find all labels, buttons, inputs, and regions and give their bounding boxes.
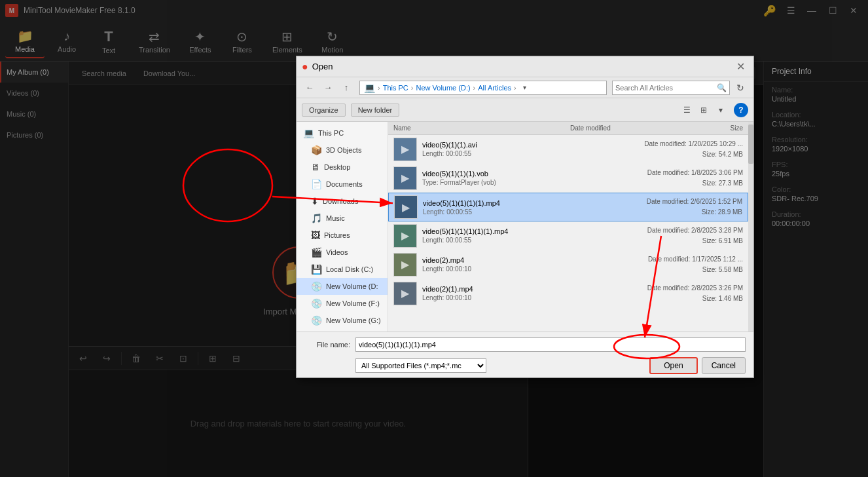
file-list: ▶ video(5)(1)(1).avi Length: 00:00:55 Da… xyxy=(388,135,748,332)
file-date-3: Date modified: 2/8/2025 3:28 PM xyxy=(612,225,743,236)
nav-up-btn[interactable]: ↑ xyxy=(338,80,354,96)
search-icon[interactable]: 🔍 xyxy=(717,83,727,92)
nav-local-disk-c[interactable]: 💾 Local Disk (C:) xyxy=(297,261,388,278)
file-name-1: video(5)(1)(1)(1).vob xyxy=(422,170,612,178)
nav-pictures[interactable]: 🖼 Pictures xyxy=(297,227,388,244)
col-name: Name xyxy=(393,124,568,132)
file-list-header: Name Date modified Size xyxy=(388,122,748,135)
file-info-0: video(5)(1)(1).avi Length: 00:00:55 xyxy=(422,141,612,157)
dialog-titlebar: ● Open ✕ xyxy=(297,56,753,77)
file-date-0: Date modified: 1/20/2025 10:29 ... xyxy=(612,139,743,149)
file-row-4[interactable]: ▶ video(2).mp4 Length: 00:00:10 Date mod… xyxy=(388,250,748,279)
downloads-icon: ⬇ xyxy=(311,196,319,206)
file-name-5: video(2)(1).mp4 xyxy=(422,285,612,293)
nav-volume-d[interactable]: 💿 New Volume (D: xyxy=(297,278,388,295)
file-sub-3: Length: 00:00:55 xyxy=(422,237,612,244)
nav-3d-objects[interactable]: 📦 3D Objects xyxy=(297,142,388,159)
dialog-nav: ← → ↑ 💻 › This PC › New Volume (D:) › Al… xyxy=(297,77,753,98)
file-info-2: video(5)(1)(1)(1)(1).mp4 Length: 00:00:5… xyxy=(423,199,611,216)
view-detail-btn[interactable]: ⊞ xyxy=(696,102,712,118)
file-sub-2: Length: 00:00:55 xyxy=(423,208,611,216)
file-thumb-3: ▶ xyxy=(393,224,417,248)
file-size-5: Size: 1.46 MB xyxy=(612,294,743,304)
dialog-file-panel: Name Date modified Size ▶ video(5)(1)(1)… xyxy=(388,122,748,332)
file-row-3[interactable]: ▶ video(5)(1)(1)(1)(1)(1).mp4 Length: 00… xyxy=(388,221,748,250)
file-row-2[interactable]: ▶ video(5)(1)(1)(1)(1).mp4 Length: 00:00… xyxy=(388,193,748,221)
pictures-icon: 🖼 xyxy=(311,230,320,240)
dialog-title: Open xyxy=(312,62,732,71)
nav-back-btn[interactable]: ← xyxy=(302,80,317,96)
dialog-actions: Organize New folder ☰ ⊞ ▾ ? xyxy=(297,98,753,122)
bc-computer-icon: 💻 xyxy=(364,83,375,93)
file-thumb-2: ▶ xyxy=(394,195,418,219)
col-modified: Date modified xyxy=(570,124,688,132)
volume-g-icon: 💿 xyxy=(311,315,322,326)
filename-input[interactable] xyxy=(355,337,746,352)
view-buttons: ☰ ⊞ ▾ xyxy=(679,102,729,118)
file-date-5: Date modified: 2/8/2025 3:26 PM xyxy=(612,283,743,294)
bc-sep2: › xyxy=(411,84,414,92)
file-name-0: video(5)(1)(1).avi xyxy=(422,141,612,149)
nav-documents[interactable]: 📄 Documents xyxy=(297,176,388,193)
file-row-1[interactable]: ▶ video(5)(1)(1)(1).vob Type: FormatPlay… xyxy=(388,164,748,193)
refresh-btn[interactable]: ↻ xyxy=(732,80,748,96)
dialog-body: 💻 This PC 📦 3D Objects 🖥 Desktop 📄 Docum… xyxy=(297,122,753,332)
file-info-3: video(5)(1)(1)(1)(1)(1).mp4 Length: 00:0… xyxy=(422,227,612,244)
dialog-close-btn[interactable]: ✕ xyxy=(732,59,748,75)
nav-music[interactable]: 🎵 Music xyxy=(297,210,388,227)
file-sub-4: Length: 00:00:10 xyxy=(422,265,612,273)
nav-this-pc[interactable]: 💻 This PC xyxy=(297,124,388,142)
new-folder-btn[interactable]: New folder xyxy=(351,104,400,117)
nav-downloads[interactable]: ⬇ Downloads xyxy=(297,193,388,210)
nav-volume-g[interactable]: 💿 New Volume (G:) xyxy=(297,312,388,329)
footer-buttons: Open Cancel xyxy=(649,357,746,374)
bc-sep1: › xyxy=(378,84,380,92)
filename-row: File name: xyxy=(304,337,746,352)
desktop-icon: 🖥 xyxy=(311,162,320,172)
file-size-3: Size: 6.91 MB xyxy=(612,236,743,246)
search-bar: 🔍 xyxy=(612,81,730,95)
view-dropdown-btn[interactable]: ▾ xyxy=(713,102,729,118)
view-list-btn[interactable]: ☰ xyxy=(679,102,695,118)
file-sub-1: Type: FormatPlayer (vob) xyxy=(422,179,612,186)
bc-volume-d[interactable]: New Volume (D:) xyxy=(416,84,470,92)
file-row-5[interactable]: ▶ video(2)(1).mp4 Length: 00:00:10 Date … xyxy=(388,279,748,308)
bc-sep4: › xyxy=(514,84,516,92)
file-info-1: video(5)(1)(1)(1).vob Type: FormatPlayer… xyxy=(422,170,612,186)
file-size-4: Size: 5.58 MB xyxy=(612,265,743,275)
open-button[interactable]: Open xyxy=(649,357,697,374)
file-size-0: Size: 54.2 MB xyxy=(612,149,743,160)
col-type: Size xyxy=(691,124,743,132)
file-name-4: video(2).mp4 xyxy=(422,256,612,264)
file-size-2: Size: 28.9 MB xyxy=(611,207,742,218)
organize-btn[interactable]: Organize xyxy=(302,104,346,117)
dialog-footer: File name: All Supported Files (*.mp4;*.… xyxy=(297,332,753,377)
file-list-scrollbar[interactable] xyxy=(748,122,753,332)
breadcrumb-dropdown[interactable]: ▾ xyxy=(519,82,531,94)
file-thumb-5: ▶ xyxy=(393,282,417,305)
dialog-overlay: ● Open ✕ ← → ↑ 💻 › This PC › New Volume … xyxy=(0,0,868,477)
bc-all-articles[interactable]: All Articles xyxy=(478,84,511,92)
bc-this-pc[interactable]: This PC xyxy=(383,84,408,92)
filetype-select[interactable]: All Supported Files (*.mp4;*.mc xyxy=(355,358,486,373)
file-date-1: Date modified: 1/8/2025 3:06 PM xyxy=(612,168,743,178)
bc-sep3: › xyxy=(473,84,476,92)
help-btn[interactable]: ? xyxy=(734,103,748,117)
volume-f-icon: 💿 xyxy=(311,298,322,309)
search-input[interactable] xyxy=(615,84,717,92)
nav-desktop[interactable]: 🖥 Desktop xyxy=(297,159,388,176)
nav-videos[interactable]: 🎬 Videos xyxy=(297,244,388,261)
nav-forward-btn[interactable]: → xyxy=(320,80,336,96)
file-meta-5: Date modified: 2/8/2025 3:26 PM Size: 1.… xyxy=(612,283,743,304)
file-meta-3: Date modified: 2/8/2025 3:28 PM Size: 6.… xyxy=(612,225,743,246)
this-pc-icon: 💻 xyxy=(303,128,314,138)
music-icon: 🎵 xyxy=(311,213,322,223)
file-size-1: Size: 27.3 MB xyxy=(612,178,743,189)
nav-volume-f[interactable]: 💿 New Volume (F:) xyxy=(297,295,388,312)
file-row-0[interactable]: ▶ video(5)(1)(1).avi Length: 00:00:55 Da… xyxy=(388,135,748,164)
open-dialog: ● Open ✕ ← → ↑ 💻 › This PC › New Volume … xyxy=(296,56,754,378)
file-meta-2: Date modified: 2/6/2025 1:52 PM Size: 28… xyxy=(611,197,742,218)
file-meta-4: Date modified: 1/17/2025 1:12 ... Size: … xyxy=(612,254,743,275)
cancel-button[interactable]: Cancel xyxy=(702,357,746,374)
file-meta-1: Date modified: 1/8/2025 3:06 PM Size: 27… xyxy=(612,168,743,189)
